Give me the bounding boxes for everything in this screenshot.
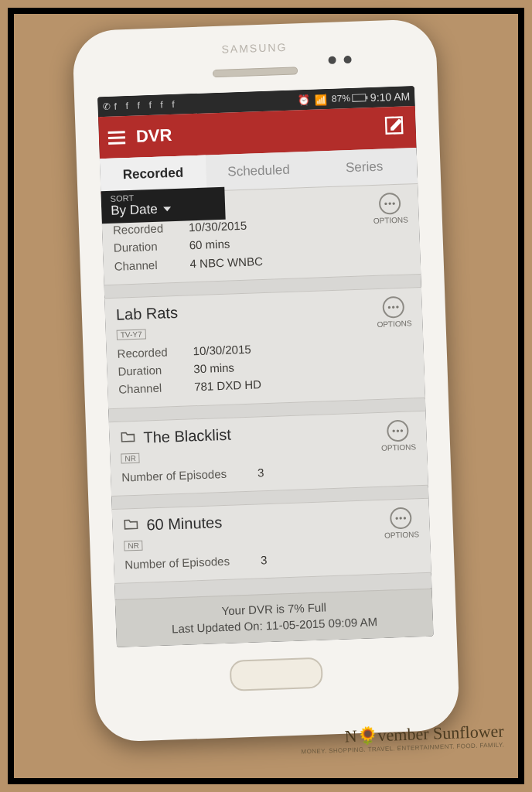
facebook-icon: f [172,98,177,109]
wifi-icon: 📶 [315,93,328,105]
more-icon: ••• [379,192,401,214]
folder-icon [120,429,136,446]
phone-body: SAMSUNG ✆ f f f f f f ⏰ 📶 87% 9:10 [72,19,460,742]
phone-icon: ✆ [102,101,107,111]
recording-title: The Blacklist [143,425,231,446]
compose-button[interactable] [383,114,407,141]
rating-badge: TV-Y7 [117,329,146,340]
phone-brand: SAMSUNG [221,40,287,55]
list-item[interactable]: ••• OPTIONS Lab Rats TV-Y7 Recorded10/30… [104,286,425,408]
more-icon: ••• [387,419,409,442]
recording-title: 60 Minutes [146,513,223,533]
home-button[interactable] [230,657,323,691]
facebook-icon: f [125,100,131,111]
recording-title: Lab Rats [116,303,179,323]
compose-icon [383,114,407,138]
alarm-icon: ⏰ [298,94,311,106]
status-clock: 9:10 AM [370,90,411,104]
facebook-icon: f [137,100,142,111]
tab-scheduled[interactable]: Scheduled [205,151,312,190]
facebook-icon: f [148,99,154,110]
rating-badge: NR [121,452,140,463]
phone-screen: ✆ f f f f f f ⏰ 📶 87% 9:10 AM DVR [97,86,434,647]
page-title: DVR [135,125,172,147]
folder-icon [123,517,139,534]
rating-badge: NR [124,540,143,551]
dropdown-icon [164,207,172,211]
list-item[interactable]: ••• OPTIONS 60 Minutes NR Number of Epis… [112,497,431,583]
list-item[interactable]: ••• OPTIONS The Blacklist NR Number of E… [109,410,428,496]
battery-text: 87% [332,92,351,104]
status-notification-icons: ✆ f f f f f f [102,98,177,111]
options-button[interactable]: ••• OPTIONS [373,192,408,225]
recording-list[interactable]: ••• OPTIONS Recorded10/30/2015 Duration6… [101,183,431,599]
more-icon: ••• [383,295,405,318]
facebook-icon: f [114,101,119,111]
more-icon: ••• [390,507,412,529]
tab-series[interactable]: Series [311,148,418,187]
menu-button[interactable] [107,127,125,147]
phone-sensors [328,55,351,63]
facebook-icon: f [160,99,165,110]
options-button[interactable]: ••• OPTIONS [384,506,419,539]
phone-speaker [213,67,298,77]
sort-value: By Date [111,201,158,218]
options-button[interactable]: ••• OPTIONS [376,295,411,329]
battery-indicator: 87% [332,92,366,104]
options-button[interactable]: ••• OPTIONS [380,418,416,452]
sort-dropdown[interactable]: SORT By Date [101,186,225,224]
